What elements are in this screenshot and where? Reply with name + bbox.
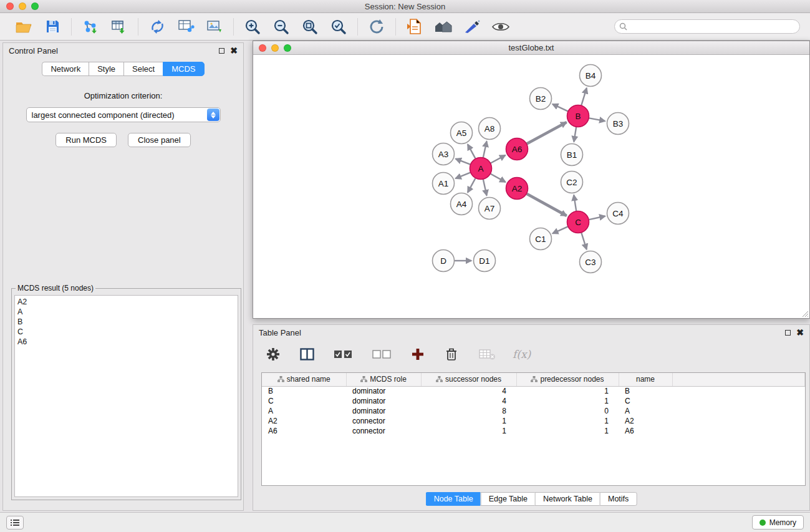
node-table[interactable]: shared name MCDS role successor nodes pr…: [261, 372, 806, 486]
float-panel-icon[interactable]: [219, 48, 224, 54]
table-row[interactable]: Bdominator41B: [262, 386, 805, 396]
close-panel-icon[interactable]: ✖: [230, 47, 238, 54]
trash-icon[interactable]: [441, 344, 461, 364]
graph-node-C3[interactable]: C3: [580, 251, 602, 273]
resize-handle[interactable]: [801, 309, 809, 317]
graph-edge-C-C3[interactable]: [581, 233, 586, 249]
graph-edge-C-C2[interactable]: [574, 195, 576, 211]
graph-edge-C-C4[interactable]: [589, 216, 605, 220]
graph-node-C4[interactable]: C4: [607, 203, 629, 225]
memory-button[interactable]: Memory: [752, 515, 804, 530]
tab-network[interactable]: Network: [42, 62, 89, 76]
column-header-mcds-role[interactable]: MCDS role: [346, 373, 421, 386]
add-column-icon[interactable]: [408, 344, 428, 364]
graph-node-A6[interactable]: A6: [506, 138, 528, 160]
network-canvas[interactable]: B4B2BB3A8A5A6B1A3AC2A1A2A4A7C4CC1C3DD1: [253, 55, 809, 318]
save-icon[interactable]: [42, 17, 62, 37]
open-folder-icon[interactable]: [14, 17, 34, 37]
result-item[interactable]: A: [17, 307, 235, 317]
network-table-icon[interactable]: [176, 17, 196, 37]
result-item[interactable]: A2: [17, 297, 235, 307]
close-panel-button[interactable]: Close panel: [128, 133, 191, 147]
column-header-shared-name[interactable]: shared name: [262, 373, 346, 386]
tab-select[interactable]: Select: [123, 62, 163, 76]
eye-icon[interactable]: [491, 17, 511, 37]
graph-edge-A-A1[interactable]: [455, 173, 470, 179]
close-table-panel-icon[interactable]: ✖: [796, 329, 804, 336]
graph-node-C[interactable]: C: [567, 211, 589, 233]
graph-edge-C-C1[interactable]: [552, 226, 567, 233]
zoom-out-icon[interactable]: [271, 17, 291, 37]
columns-icon[interactable]: [297, 344, 317, 364]
graph-node-B1[interactable]: B1: [561, 144, 583, 166]
minimize-window-button[interactable]: [19, 2, 26, 10]
gear-icon[interactable]: [263, 344, 283, 364]
graph-edge-A-A2[interactable]: [491, 174, 506, 182]
wand-icon[interactable]: [462, 17, 482, 37]
graph-node-A5[interactable]: A5: [451, 122, 473, 144]
graph-node-A4[interactable]: A4: [451, 193, 473, 215]
zoom-fit-icon[interactable]: [300, 17, 320, 37]
import-network-icon[interactable]: [80, 17, 100, 37]
unselect-all-icon[interactable]: [369, 344, 394, 364]
graph-edge-A-A4[interactable]: [468, 178, 475, 193]
column-header-successor-nodes[interactable]: successor nodes: [421, 373, 516, 386]
graph-node-A3[interactable]: A3: [433, 143, 455, 165]
table-row[interactable]: A6connector11A6: [262, 426, 805, 436]
graph-edge-A-A8[interactable]: [483, 142, 487, 158]
run-mcds-button[interactable]: Run MCDS: [55, 133, 117, 147]
document-icon[interactable]: [405, 17, 425, 37]
graph-edge-A-A5[interactable]: [468, 144, 475, 158]
network-window-titlebar[interactable]: testGlobe.txt: [253, 41, 809, 55]
graph-node-D[interactable]: D: [433, 250, 455, 272]
tab-edge-table[interactable]: Edge Table: [481, 492, 535, 506]
graph-node-B2[interactable]: B2: [530, 88, 552, 110]
table-row[interactable]: A2connector11A2: [262, 416, 805, 426]
network-loop-icon[interactable]: [147, 17, 167, 37]
graph-node-B4[interactable]: B4: [580, 65, 602, 87]
zoom-window-button[interactable]: [31, 2, 39, 10]
graph-edge-B-B1[interactable]: [574, 127, 576, 142]
network-minimize-button[interactable]: [271, 44, 279, 52]
graph-edge-B-B2[interactable]: [552, 104, 568, 112]
result-item[interactable]: A6: [17, 337, 235, 347]
tab-style[interactable]: Style: [89, 62, 123, 76]
graph-edge-A-A6[interactable]: [491, 155, 506, 163]
export-image-icon[interactable]: [205, 17, 224, 37]
mcds-result-list[interactable]: A2 A B C A6: [14, 295, 238, 497]
graph-edge-A2-C[interactable]: [527, 194, 567, 216]
column-header-name[interactable]: name: [619, 373, 672, 386]
search-field[interactable]: [614, 19, 800, 34]
home-icon[interactable]: [433, 17, 453, 37]
column-header-predecessor-nodes[interactable]: predecessor nodes: [516, 373, 619, 386]
optimization-criterion-dropdown[interactable]: largest connected component (directed): [26, 107, 221, 122]
result-item[interactable]: C: [17, 327, 235, 337]
graph-edge-A-A3[interactable]: [456, 159, 471, 165]
graph-node-C2[interactable]: C2: [561, 172, 583, 193]
tab-node-table[interactable]: Node Table: [426, 492, 481, 506]
close-window-button[interactable]: [6, 2, 14, 10]
graph-node-A2[interactable]: A2: [506, 178, 528, 200]
network-graph[interactable]: B4B2BB3A8A5A6B1A3AC2A1A2A4A7C4CC1C3DD1: [253, 55, 809, 318]
result-item[interactable]: B: [17, 317, 235, 327]
zoom-region-icon[interactable]: [329, 17, 349, 37]
import-table-icon[interactable]: [109, 17, 129, 37]
tab-network-table[interactable]: Network Table: [535, 492, 600, 506]
search-input[interactable]: [630, 22, 795, 31]
graph-node-A8[interactable]: A8: [479, 118, 501, 140]
graph-node-C1[interactable]: C1: [530, 228, 552, 250]
graph-node-B3[interactable]: B3: [607, 113, 629, 135]
tab-mcds[interactable]: MCDS: [163, 62, 204, 76]
float-table-panel-icon[interactable]: [785, 330, 791, 336]
graph-edge-A-A7[interactable]: [483, 180, 487, 196]
tab-motifs[interactable]: Motifs: [600, 492, 637, 506]
graph-node-A[interactable]: A: [470, 158, 492, 180]
select-all-icon[interactable]: [330, 344, 355, 364]
graph-node-A7[interactable]: A7: [479, 198, 501, 220]
graph-node-A1[interactable]: A1: [433, 173, 455, 195]
task-history-button[interactable]: [6, 516, 24, 530]
layout-refresh-icon[interactable]: [367, 17, 387, 37]
network-close-button[interactable]: [259, 44, 266, 52]
graph-edge-B-B4[interactable]: [581, 88, 587, 105]
graph-node-D1[interactable]: D1: [474, 250, 496, 272]
